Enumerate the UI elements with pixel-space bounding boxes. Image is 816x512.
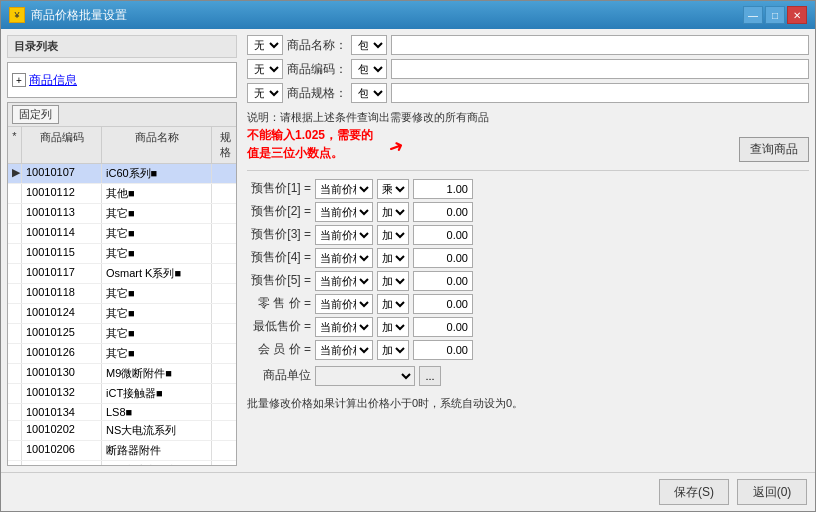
price-4-label: 预售价[4] = [247, 249, 311, 266]
price-5-value[interactable] [413, 271, 473, 291]
price-1-op[interactable]: 乘 [377, 179, 409, 199]
price-member-op[interactable]: 加 [377, 340, 409, 360]
price-retail-value[interactable] [413, 294, 473, 314]
save-button[interactable]: 保存(S) [659, 479, 729, 505]
col-spec: 规格 [212, 127, 237, 163]
table-row[interactable]: 10010302NW直流空气断路器 [8, 461, 236, 465]
row-arrow [8, 324, 22, 343]
price-retail-base[interactable]: 当前价格 [315, 294, 373, 314]
notice-block: 说明：请根据上述条件查询出需要修改的所有商品 不能输入1.025，需要的值是三位… [247, 109, 731, 162]
row-spec [212, 441, 236, 460]
price-2-value[interactable] [413, 202, 473, 222]
filter-area: 无 商品名称： 包含 无 商品编码： 包含 无 商品规格： 包含 [247, 35, 809, 103]
price-min-base[interactable]: 当前价格 [315, 317, 373, 337]
row-code: 10010114 [22, 224, 102, 243]
filter-name-input[interactable] [391, 35, 809, 55]
table-row[interactable]: 10010114其它■ [8, 224, 236, 244]
filter-spec-contain[interactable]: 包含 [351, 83, 387, 103]
row-spec [212, 384, 236, 403]
price-row-retail: 零 售 价 = 当前价格 加 [247, 294, 809, 314]
row-arrow [8, 204, 22, 223]
filter-code-contain[interactable]: 包含 [351, 59, 387, 79]
row-arrow: ▶ [8, 164, 22, 183]
price-5-op[interactable]: 加 [377, 271, 409, 291]
filter-name-contain[interactable]: 包含 [351, 35, 387, 55]
row-code: 10010125 [22, 324, 102, 343]
price-5-base[interactable]: 当前价格 [315, 271, 373, 291]
price-4-value[interactable] [413, 248, 473, 268]
content-area: 目录列表 + 商品信息 固定列 * 商品编码 商品名称 规格 [1, 29, 815, 472]
table-toolbar: 固定列 [8, 103, 236, 127]
filter-code-label: 商品编码： [287, 61, 347, 78]
price-2-base[interactable]: 当前价格 [315, 202, 373, 222]
row-arrow [8, 384, 22, 403]
table-row[interactable]: 10010130M9微断附件■ [8, 364, 236, 384]
price-min-op[interactable]: 加 [377, 317, 409, 337]
row-name: 其它■ [102, 324, 212, 343]
price-3-value[interactable] [413, 225, 473, 245]
price-1-value[interactable] [413, 179, 473, 199]
filter-row-spec: 无 商品规格： 包含 [247, 83, 809, 103]
table-row[interactable]: 10010202NS大电流系列 [8, 421, 236, 441]
maximize-button[interactable]: □ [765, 6, 785, 24]
tree-item-label[interactable]: 商品信息 [29, 72, 77, 89]
tree-item-product-info[interactable]: + 商品信息 [12, 72, 77, 89]
row-arrow [8, 461, 22, 465]
filter-spec-input[interactable] [391, 83, 809, 103]
table-row[interactable]: 10010113其它■ [8, 204, 236, 224]
table-row[interactable]: 10010206断路器附件 [8, 441, 236, 461]
table-header: * 商品编码 商品名称 规格 [8, 127, 236, 164]
window-icon: ¥ [9, 7, 25, 23]
table-row[interactable]: 10010117Osmart K系列■ [8, 264, 236, 284]
row-spec [212, 404, 236, 420]
price-4-op[interactable]: 加 [377, 248, 409, 268]
table-row[interactable]: 10010112其他■ [8, 184, 236, 204]
table-row[interactable]: 10010124其它■ [8, 304, 236, 324]
filter-row-code: 无 商品编码： 包含 [247, 59, 809, 79]
table-row[interactable]: 10010125其它■ [8, 324, 236, 344]
row-code: 10010302 [22, 461, 102, 465]
filter-row-name: 无 商品名称： 包含 [247, 35, 809, 55]
row-spec [212, 421, 236, 440]
row-name: iCT接触器■ [102, 384, 212, 403]
title-bar: ¥ 商品价格批量设置 — □ ✕ [1, 1, 815, 29]
row-code: 10010132 [22, 384, 102, 403]
row-name: 其它■ [102, 284, 212, 303]
unit-browse-button[interactable]: ... [419, 366, 441, 386]
price-3-label: 预售价[3] = [247, 226, 311, 243]
tree-expand-icon[interactable]: + [12, 73, 26, 87]
price-1-base[interactable]: 当前价格 [315, 179, 373, 199]
price-4-base[interactable]: 当前价格 [315, 248, 373, 268]
table-row[interactable]: ▶10010107iC60系列■ [8, 164, 236, 184]
query-button[interactable]: 查询商品 [739, 137, 809, 162]
price-3-op[interactable]: 加 [377, 225, 409, 245]
close-button[interactable]: ✕ [787, 6, 807, 24]
price-member-value[interactable] [413, 340, 473, 360]
return-button[interactable]: 返回(0) [737, 479, 807, 505]
main-window: ¥ 商品价格批量设置 — □ ✕ 目录列表 + 商品信息 固定列 [0, 0, 816, 512]
price-2-op[interactable]: 加 [377, 202, 409, 222]
table-row[interactable]: 10010126其它■ [8, 344, 236, 364]
title-bar-left: ¥ 商品价格批量设置 [9, 7, 127, 24]
minimize-button[interactable]: — [743, 6, 763, 24]
price-member-base[interactable]: 当前价格 [315, 340, 373, 360]
price-section: 预售价[1] = 当前价格 乘 预售价[2] = 当前价格 加 预售价[3] =… [247, 179, 809, 360]
left-panel: 目录列表 + 商品信息 固定列 * 商品编码 商品名称 规格 [7, 35, 237, 466]
row-spec [212, 224, 236, 243]
table-row[interactable]: 10010134LS8■ [8, 404, 236, 421]
separator [247, 170, 809, 171]
table-row[interactable]: 10010132iCT接触器■ [8, 384, 236, 404]
price-3-base[interactable]: 当前价格 [315, 225, 373, 245]
price-retail-op[interactable]: 加 [377, 294, 409, 314]
price-min-value[interactable] [413, 317, 473, 337]
filter-spec-mode[interactable]: 无 [247, 83, 283, 103]
table-row[interactable]: 10010118其它■ [8, 284, 236, 304]
filter-name-mode[interactable]: 无 [247, 35, 283, 55]
table-row[interactable]: 10010115其它■ [8, 244, 236, 264]
filter-code-mode[interactable]: 无 [247, 59, 283, 79]
filter-code-input[interactable] [391, 59, 809, 79]
row-arrow [8, 344, 22, 363]
row-name: 其它■ [102, 204, 212, 223]
unit-select[interactable] [315, 366, 415, 386]
price-member-label: 会 员 价 = [247, 341, 311, 358]
